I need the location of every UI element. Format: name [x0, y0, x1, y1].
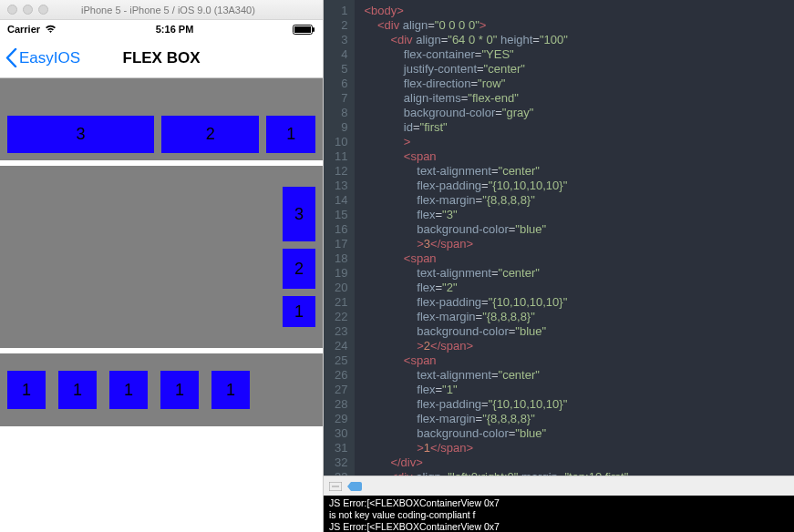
flex-box: 2 — [283, 249, 315, 289]
back-button[interactable]: EasyIOS — [0, 48, 86, 67]
flex-box: 1 — [266, 116, 315, 153]
nav-title: FLEX BOX — [122, 49, 200, 67]
flex-box: 2 — [161, 116, 259, 153]
flex-row-3: 1 1 1 1 1 — [0, 353, 323, 426]
outline-icon — [329, 482, 342, 491]
code-content[interactable]: <body> <div align="0 0 0 0"> <div align=… — [355, 0, 794, 476]
flex-box: 1 — [58, 371, 97, 409]
code-editor: 1234567891011121314151617181920212223242… — [324, 0, 794, 532]
flex-box: 1 — [283, 296, 315, 327]
wifi-icon — [45, 25, 57, 34]
window-title: iPhone 5 - iPhone 5 / iOS 9.0 (13A340) — [57, 5, 315, 15]
status-bar: Carrier 5:16 PM — [0, 20, 323, 38]
minimize-icon[interactable] — [23, 5, 33, 15]
flex-row-2: 3 2 1 — [0, 166, 323, 348]
flex-box: 1 — [109, 371, 148, 409]
simulator-window: iPhone 5 - iPhone 5 / iOS 9.0 (13A340) C… — [0, 0, 324, 532]
content-area[interactable]: 3 2 1 3 2 1 1 1 1 1 1 — [0, 78, 323, 532]
zoom-icon[interactable] — [38, 5, 48, 15]
console-line: JS Error:[<FLEXBOXContainerView 0x7 — [329, 497, 789, 509]
chevron-left-icon — [5, 48, 17, 67]
device-screen: Carrier 5:16 PM EasyIOS FLEX BOX — [0, 20, 323, 532]
console-line: JS Error:[<FLEXBOXContainerView 0x7 — [329, 521, 789, 532]
flex-box: 3 — [7, 116, 154, 153]
flex-box: 3 — [283, 187, 315, 241]
console-line: is not key value coding-compliant f — [329, 509, 789, 521]
battery-icon — [293, 25, 315, 35]
svg-rect-2 — [313, 27, 315, 32]
editor-breadcrumb[interactable] — [324, 476, 794, 496]
tag-icon — [347, 482, 362, 491]
svg-rect-1 — [294, 26, 311, 33]
flex-box: 1 — [160, 371, 199, 409]
window-titlebar[interactable]: iPhone 5 - iPhone 5 / iOS 9.0 (13A340) — [0, 0, 323, 20]
code-area[interactable]: 1234567891011121314151617181920212223242… — [324, 0, 794, 476]
flex-row-1: 3 2 1 — [0, 78, 323, 160]
clock-label: 5:16 PM — [156, 24, 194, 35]
line-gutter: 1234567891011121314151617181920212223242… — [324, 0, 355, 476]
close-icon[interactable] — [7, 5, 17, 15]
flex-box: 1 — [7, 371, 46, 409]
back-label: EasyIOS — [19, 49, 80, 67]
nav-bar: EasyIOS FLEX BOX — [0, 38, 323, 78]
flex-box: 1 — [211, 371, 250, 409]
debug-console[interactable]: JS Error:[<FLEXBOXContainerView 0x7 is n… — [324, 496, 794, 532]
carrier-label: Carrier — [7, 24, 40, 35]
traffic-lights[interactable] — [7, 5, 48, 15]
